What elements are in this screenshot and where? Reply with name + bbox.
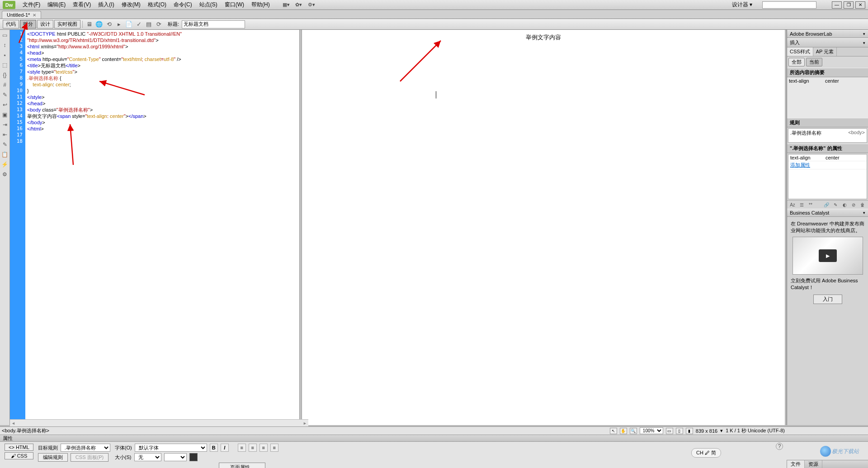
prop-value[interactable]: center	[826, 155, 840, 160]
bc-video-thumbnail[interactable]: ▶	[793, 237, 863, 275]
rule-item[interactable]: .举例选择名称 <body>	[788, 128, 867, 143]
view-code-button[interactable]: 代码	[3, 20, 19, 28]
tab-css-styles[interactable]: CSS样式	[787, 47, 813, 56]
zoom-select[interactable]: 100%	[640, 427, 663, 434]
horizontal-scrollbar[interactable]	[10, 419, 308, 426]
disable-icon[interactable]: ⊘	[850, 201, 857, 208]
inspect-icon[interactable]: 🖥	[85, 20, 94, 28]
sync-icon[interactable]: ⚙▾	[308, 1, 315, 9]
bold-button[interactable]: B	[210, 444, 218, 452]
highlight-icon[interactable]: ✎	[1, 91, 9, 98]
wrap-icon[interactable]: ↩	[1, 101, 9, 108]
menu-commands[interactable]: 命令(C)	[170, 0, 196, 9]
css-all-button[interactable]: 全部	[788, 58, 805, 66]
new-rule-icon[interactable]: ✎	[832, 201, 839, 208]
refresh-icon[interactable]: ⟳	[154, 20, 163, 28]
collapse-icon[interactable]: ↕	[1, 42, 9, 49]
panel-browserlab[interactable]: Adobe BrowserLab▾	[787, 30, 868, 38]
hand-tool-icon[interactable]: ✋	[620, 428, 627, 434]
maximize-button[interactable]: ❐	[844, 1, 854, 9]
font-select[interactable]: 默认字体	[135, 444, 207, 452]
align-center-button[interactable]: ≡	[249, 444, 257, 452]
open-docs-icon[interactable]: ▭	[1, 32, 9, 39]
recent-icon[interactable]: 📋	[1, 151, 9, 158]
page-properties-button[interactable]: 页面属性...	[219, 463, 265, 468]
outdent-icon[interactable]: ⇤	[1, 131, 9, 138]
tablet-icon[interactable]: ▯	[676, 428, 683, 434]
html-mode-button[interactable]: <> HTML	[5, 444, 33, 451]
zoom-tool-icon[interactable]: 🔍	[630, 428, 637, 434]
edit-icon[interactable]: ◐	[841, 201, 848, 208]
snippet-icon[interactable]: ▣	[1, 111, 9, 118]
css-current-button[interactable]: 当前	[806, 58, 822, 66]
align-right-button[interactable]: ≡	[259, 444, 268, 452]
window-size-icon[interactable]: ▭	[666, 428, 673, 434]
panel-insert[interactable]: 插入▾	[787, 38, 868, 47]
globe-icon[interactable]: 🌐	[94, 20, 104, 28]
size-unit-select[interactable]	[164, 453, 187, 461]
set-icon[interactable]: **	[807, 201, 814, 208]
align-justify-button[interactable]: ≡	[270, 444, 278, 452]
designer-dropdown[interactable]: 设计器 ▾	[728, 0, 756, 9]
edit-rule-button[interactable]: 编辑规则	[38, 453, 68, 462]
select-parent-icon[interactable]: ⬚	[1, 61, 9, 69]
view-live-button[interactable]: 实时视图	[54, 20, 80, 28]
extend-icon[interactable]: ✿▾	[295, 1, 302, 9]
panel-business-catalyst[interactable]: Business Catalyst▾	[787, 209, 868, 217]
indent-icon[interactable]: ⇥	[1, 121, 9, 128]
bc-start-button[interactable]: 入门	[813, 295, 842, 304]
menu-view[interactable]: 查看(V)	[69, 0, 94, 9]
format-icon[interactable]: ⚡	[1, 161, 9, 168]
attach-icon[interactable]: 🔗	[823, 201, 830, 208]
validate-icon[interactable]: ✓	[134, 20, 143, 28]
menu-edit[interactable]: 编辑(E)	[44, 0, 69, 9]
align-left-button[interactable]: ≡	[238, 444, 246, 452]
nav-icon[interactable]: ▸	[114, 20, 123, 28]
comment-icon[interactable]: ✎	[1, 141, 9, 148]
menu-site[interactable]: 站点(S)	[196, 0, 221, 9]
italic-button[interactable]: I	[221, 444, 229, 452]
menu-format[interactable]: 格式(O)	[144, 0, 170, 9]
tab-ap-elements[interactable]: AP 元素	[813, 47, 837, 56]
search-input[interactable]	[762, 1, 816, 9]
view-split-button[interactable]: 拆分	[20, 20, 36, 28]
sync-icon[interactable]: ⟲	[104, 20, 113, 28]
line-num-icon[interactable]: #	[1, 81, 9, 89]
size-select[interactable]: 无	[134, 453, 161, 461]
tag-icon[interactable]: ⭑	[1, 51, 9, 59]
tag-selector[interactable]: <body.举例选择名称>	[2, 427, 49, 434]
trash-icon[interactable]: 🗑	[859, 201, 866, 208]
tab-assets[interactable]: 资源	[805, 460, 822, 468]
phone-icon[interactable]: ▮	[686, 428, 693, 434]
list-icon[interactable]: ☰	[798, 201, 805, 208]
category-icon[interactable]: Az	[789, 201, 796, 208]
balance-icon[interactable]: {}	[1, 71, 9, 79]
pointer-tool-icon[interactable]: ↖	[610, 428, 617, 434]
document-tab[interactable]: Untitled-1* ✕	[2, 11, 41, 19]
target-rule-select[interactable]: .举例选择名称	[61, 444, 110, 452]
menu-window[interactable]: 窗口(W)	[221, 0, 248, 9]
ime-badge[interactable]: CH 🖉 简	[691, 448, 721, 458]
css-panel-button[interactable]: CSS 面板(P)	[71, 453, 108, 462]
menu-file[interactable]: 文件(F)	[19, 0, 44, 9]
code-editor[interactable]: <!DOCTYPE html PUBLIC "-//W3C//DTD XHTML…	[25, 30, 299, 425]
close-button[interactable]: ✕	[855, 1, 865, 9]
tab-files[interactable]: 文件	[787, 460, 805, 468]
css-mode-button[interactable]: 🖌 CSS	[5, 452, 33, 459]
file-icon[interactable]: 📄	[124, 20, 133, 28]
design-view[interactable]: 举例文字内容	[302, 30, 785, 425]
options-icon[interactable]: ▤	[144, 20, 153, 28]
minimize-button[interactable]: —	[832, 1, 842, 9]
title-input[interactable]	[182, 20, 245, 28]
add-property-link[interactable]: 添加属性	[790, 162, 810, 168]
close-tab-icon[interactable]: ✕	[33, 13, 36, 18]
layout-icon[interactable]: ▦▾	[283, 1, 290, 9]
prop-name[interactable]: text-align	[790, 155, 826, 160]
menu-help[interactable]: 帮助(H)	[248, 0, 274, 9]
menu-insert[interactable]: 插入(I)	[94, 0, 118, 9]
view-design-button[interactable]: 设计	[37, 20, 53, 28]
menu-modify[interactable]: 修改(M)	[118, 0, 144, 9]
help-icon[interactable]: ?	[776, 443, 783, 450]
text-color-swatch[interactable]	[189, 453, 198, 461]
more-icon[interactable]: ⚙	[1, 171, 9, 178]
